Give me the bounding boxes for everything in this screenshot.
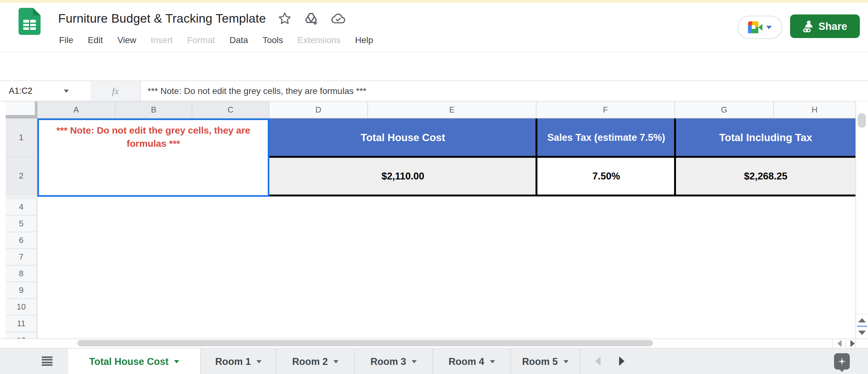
meet-button[interactable] [738, 16, 782, 39]
row-header-9[interactable]: 9 [6, 282, 37, 299]
row-header-8[interactable]: 8 [6, 266, 37, 282]
row-header-1[interactable]: 1 [6, 119, 37, 157]
scrollbar-corner [856, 339, 868, 348]
cell-G1-total-including-tax[interactable]: Total Including Tax [676, 119, 856, 157]
menu-extensions: Extensions [298, 35, 341, 45]
share-button[interactable]: Share [790, 14, 860, 38]
menu-data[interactable]: Data [229, 35, 248, 45]
tab-room-3[interactable]: Room 3 [354, 348, 432, 374]
share-label: Share [818, 21, 847, 32]
freeze-row-handle[interactable] [6, 115, 37, 119]
menu-view[interactable]: View [117, 35, 136, 45]
vertical-scrollbar-thumb[interactable] [858, 113, 866, 128]
column-header-F[interactable]: F [536, 101, 675, 119]
menu-tools[interactable]: Tools [262, 35, 283, 45]
star-icon[interactable] [278, 12, 292, 26]
cell-border [269, 194, 856, 196]
tab-scroll-right-icon[interactable] [615, 356, 628, 367]
browser-top-strip [0, 0, 868, 3]
menu-help[interactable]: Help [355, 35, 373, 45]
column-header-G[interactable]: G [675, 101, 774, 119]
formula-bar-content[interactable]: *** Note: Do not edit the grey cells, th… [148, 81, 366, 101]
column-header-A[interactable]: A [37, 101, 116, 119]
tab-caret-icon [563, 360, 568, 363]
row-header-6[interactable]: 6 [6, 232, 37, 249]
cell-F2-sales-tax-value[interactable]: 7.50% [537, 158, 675, 194]
tab-label: Room 3 [371, 356, 406, 367]
name-box-value: A1:C2 [9, 86, 32, 96]
menu-edit[interactable]: Edit [88, 35, 103, 45]
row-header-5[interactable]: 5 [6, 216, 37, 232]
share-person-link-icon [803, 20, 814, 33]
tab-label: Room 1 [215, 356, 251, 367]
cell-D2-total-house-cost-value[interactable]: $2,110.00 [269, 158, 536, 194]
toolbar: 100% View only [0, 52, 868, 81]
tab-label: Total House Cost [89, 356, 169, 367]
tab-label: Room 4 [448, 356, 484, 367]
menu-file[interactable]: File [59, 35, 73, 45]
tab-room-2[interactable]: Room 2 [276, 348, 354, 374]
row-header-7[interactable]: 7 [6, 249, 37, 266]
name-box-caret-icon [64, 90, 69, 93]
column-header-C[interactable]: C [192, 101, 269, 119]
cell-A1-note[interactable]: *** Note: Do not edit the grey cells, th… [39, 120, 268, 194]
tab-room-5[interactable]: Room 5 [510, 348, 580, 374]
google-meet-icon [748, 21, 763, 33]
menu-format: Format [187, 35, 215, 45]
tab-caret-icon [334, 360, 338, 363]
freeze-column-handle[interactable] [35, 101, 37, 115]
scroll-up-button[interactable] [856, 314, 868, 326]
scroll-left-button[interactable] [832, 339, 846, 348]
menubar: File Edit View Insert Format Data Tools … [59, 33, 388, 48]
column-header-H[interactable]: H [774, 101, 856, 119]
app-header: Furniture Budget & Tracking Template Fil… [0, 3, 868, 52]
horizontal-scrollbar-thumb[interactable] [77, 340, 653, 346]
tab-label: Room 2 [292, 356, 328, 367]
tab-room-4[interactable]: Room 4 [432, 348, 510, 374]
fx-zone: fx [91, 81, 141, 101]
explore-button[interactable] [834, 353, 850, 370]
scroll-down-button[interactable] [856, 327, 868, 339]
column-header-D[interactable]: D [269, 101, 368, 119]
cell-border [269, 156, 856, 158]
row-header-4[interactable]: 4 [6, 199, 37, 216]
tab-caret-icon [412, 360, 417, 363]
name-box[interactable]: A1:C2 [0, 81, 91, 101]
row-header-2[interactable]: 2 [6, 157, 37, 195]
cell-D1-total-house-cost[interactable]: Total House Cost [269, 119, 536, 157]
tab-total-house-cost[interactable]: Total House Cost [68, 348, 200, 374]
tab-caret-icon [174, 360, 179, 363]
tab-scroll-left-icon[interactable] [591, 356, 604, 367]
row-header-10[interactable]: 10 [6, 299, 37, 316]
cell-F1-sales-tax[interactable]: Sales Tax (estimate 7.5%) [537, 119, 675, 157]
tab-label: Room 5 [522, 356, 558, 367]
cloud-status-icon[interactable] [331, 12, 346, 25]
tab-room-1[interactable]: Room 1 [200, 348, 276, 374]
cell-border [535, 119, 537, 196]
all-sheets-menu-icon[interactable] [42, 356, 53, 366]
sheets-logo-icon[interactable] [19, 8, 40, 35]
explore-button-tail [839, 369, 844, 372]
meet-caret-icon [766, 26, 772, 29]
menu-insert: Insert [151, 35, 173, 45]
cell-G2-total-including-tax-value[interactable]: $2,268.25 [676, 158, 856, 194]
row-header-12[interactable]: 12 [6, 332, 37, 339]
cell-border [674, 119, 676, 196]
fx-icon: fx [112, 86, 119, 96]
select-all-corner[interactable] [6, 101, 35, 115]
vertical-scrollbar[interactable] [856, 101, 868, 339]
column-header-E[interactable]: E [368, 101, 536, 119]
tab-caret-icon [256, 360, 261, 363]
document-title[interactable]: Furniture Budget & Tracking Template [58, 12, 266, 26]
google-sheets-window: Furniture Budget & Tracking Template Fil… [0, 0, 868, 374]
row-header-11[interactable]: 11 [6, 316, 37, 332]
column-header-B[interactable]: B [116, 101, 192, 119]
add-shortcut-to-drive-icon[interactable] [304, 11, 319, 26]
tab-caret-icon [490, 360, 495, 363]
